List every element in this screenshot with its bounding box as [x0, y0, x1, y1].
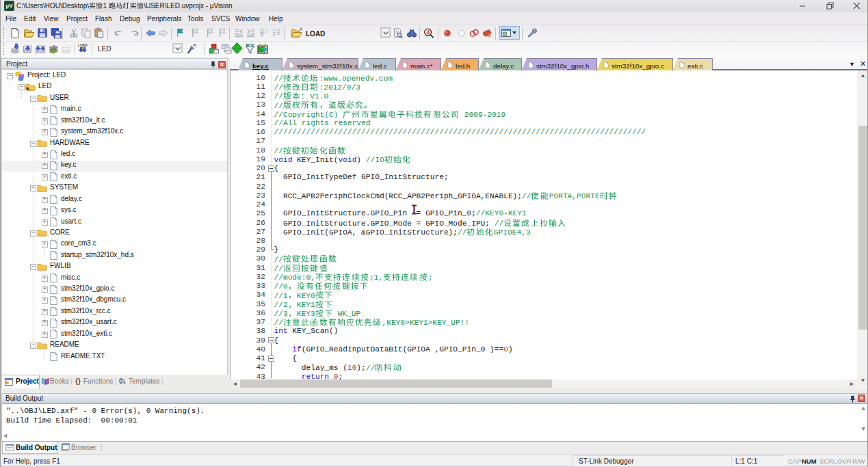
- svg-text:LOAD: LOAD: [78, 44, 88, 47]
- svg-text:d: d: [426, 29, 430, 36]
